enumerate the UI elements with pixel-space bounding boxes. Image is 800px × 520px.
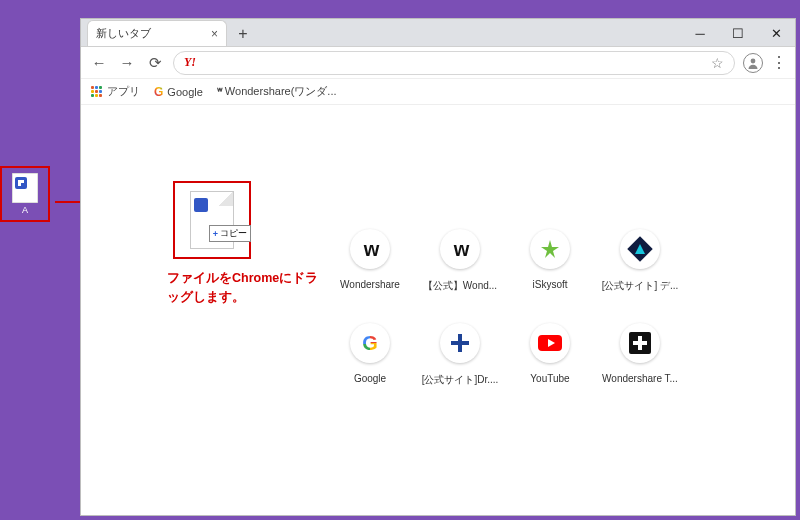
instruction-caption: ファイルをChromeにドラッグします。 <box>167 269 327 307</box>
person-icon <box>747 57 759 69</box>
shortcut-google[interactable]: G Google <box>325 323 415 409</box>
profile-button[interactable] <box>743 53 763 73</box>
svg-marker-7 <box>541 240 559 258</box>
shortcut-label: YouTube <box>530 373 569 384</box>
shortcut-label: Wondershare T... <box>602 373 678 384</box>
svg-point-6 <box>751 58 756 63</box>
window-controls: ─ ☐ ✕ <box>681 19 795 47</box>
chrome-window: ─ ☐ ✕ 新しいタブ × + ← → ⟳ Y! ☆ ⋮ <box>80 18 796 516</box>
shortcut-wondershare[interactable]: w Wondershare <box>325 229 415 315</box>
site-indicator-icon: Y! <box>184 55 196 70</box>
shortcut-label: [公式サイト]Dr.... <box>422 373 499 387</box>
tunesgo-logo-icon <box>629 332 651 354</box>
wondershare-logo-icon: w <box>454 238 467 261</box>
dragged-file-icon: + コピー <box>190 191 234 249</box>
shortcut-label: Google <box>354 373 386 384</box>
window-close-button[interactable]: ✕ <box>757 19 795 47</box>
tab-title: 新しいタブ <box>96 26 151 41</box>
copy-tooltip-label: コピー <box>220 227 247 240</box>
bookmark-star-icon[interactable]: ☆ <box>711 55 724 71</box>
pdf-file-icon <box>12 173 38 203</box>
shortcut-youtube[interactable]: YouTube <box>505 323 595 409</box>
wondershare-logo-icon: w <box>364 238 377 261</box>
desktop-file-label: A <box>22 205 28 215</box>
shortcut-official-site-dr[interactable]: [公式サイト]Dr.... <box>415 323 505 409</box>
shortcut-label: iSkysoft <box>532 279 567 290</box>
filmora-logo-icon <box>627 236 652 261</box>
bookmark-label: Wondershare(ワンダ... <box>225 84 337 99</box>
nav-forward-button[interactable]: → <box>117 53 137 73</box>
shortcut-iskysoft[interactable]: iSkysoft <box>505 229 595 315</box>
youtube-logo-icon <box>538 335 562 351</box>
browser-tab-active[interactable]: 新しいタブ × <box>87 20 227 46</box>
bookmark-apps[interactable]: アプリ <box>91 84 140 99</box>
nav-back-button[interactable]: ← <box>89 53 109 73</box>
iskysoft-logo-icon <box>540 239 560 259</box>
window-maximize-button[interactable]: ☐ <box>719 19 757 47</box>
shortcut-label: Wondershare <box>340 279 400 290</box>
google-logo-icon: G <box>362 332 378 355</box>
google-g-icon: G <box>154 85 163 99</box>
wondershare-icon: ʷ <box>217 85 221 98</box>
chrome-menu-button[interactable]: ⋮ <box>771 53 787 72</box>
bookmark-label: アプリ <box>107 84 140 99</box>
bookmark-google[interactable]: G Google <box>154 85 203 99</box>
nav-reload-button[interactable]: ⟳ <box>145 53 165 73</box>
drfone-logo-icon <box>451 334 469 352</box>
shortcut-label: 【公式】Wond... <box>423 279 497 293</box>
svg-rect-3 <box>18 180 24 183</box>
new-tab-button[interactable]: + <box>231 22 255 46</box>
apps-grid-icon <box>91 86 103 98</box>
pdf-badge-icon <box>194 198 208 212</box>
address-bar[interactable]: Y! ☆ <box>173 51 735 75</box>
bookmarks-bar: アプリ G Google ʷ Wondershare(ワンダ... <box>81 79 795 105</box>
page-content: + コピー ファイルをChromeにドラッグします。 w Wondershare… <box>81 105 795 515</box>
ntp-shortcut-grid: w Wondershare w 【公式】Wond... iSkysoft [公式… <box>325 229 685 409</box>
tab-close-icon[interactable]: × <box>211 27 218 41</box>
shortcut-label: [公式サイト] デ... <box>602 279 679 293</box>
dragged-file-preview: + コピー <box>173 181 251 259</box>
shortcut-wondershare-t[interactable]: Wondershare T... <box>595 323 685 409</box>
bookmark-label: Google <box>167 86 202 98</box>
bookmark-wondershare[interactable]: ʷ Wondershare(ワンダ... <box>217 84 337 99</box>
shortcut-official-wondershare[interactable]: w 【公式】Wond... <box>415 229 505 315</box>
browser-toolbar: ← → ⟳ Y! ☆ ⋮ <box>81 47 795 79</box>
plus-icon: + <box>213 229 218 239</box>
window-minimize-button[interactable]: ─ <box>681 19 719 47</box>
shortcut-official-site-de[interactable]: [公式サイト] デ... <box>595 229 685 315</box>
desktop-background: A ─ ☐ ✕ 新しいタブ × + ← → ⟳ Y! ☆ <box>0 0 800 520</box>
desktop-file-shortcut[interactable]: A <box>0 166 50 222</box>
copy-tooltip: + コピー <box>209 225 251 242</box>
